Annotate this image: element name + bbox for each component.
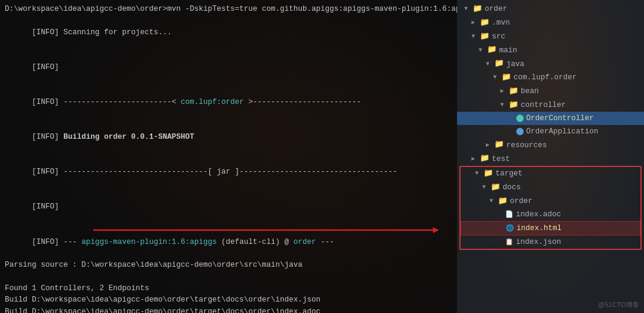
folder-icon-test: 📁: [480, 153, 489, 165]
terminal-line-parsing: Parsing source : D:\workspace\idea\apigc…: [5, 260, 452, 271]
tree-label-order-application: OrderApplication: [526, 126, 598, 138]
tree-item-src[interactable]: ▼ 📁 src: [457, 30, 644, 44]
folder-icon-target: 📁: [483, 168, 493, 180]
folder-icon-mvn: 📁: [480, 17, 489, 29]
tree-item-order[interactable]: ▼ 📁 order: [457, 2, 644, 16]
tree-item-mvn[interactable]: ▶ 📁 .mvn: [457, 16, 644, 30]
tree-item-controller[interactable]: ▼ 📁 controller: [457, 99, 644, 112]
tree-label-docs: docs: [503, 181, 521, 193]
filetree-panel: ▼ 📁 order ▶ 📁 .mvn ▼ 📁 src ▼ 📁 ma: [457, 0, 644, 313]
terminal-found: Found 1 Controllers, 2 Endpoints: [5, 283, 452, 294]
terminal-content: D:\workspace\idea\apigcc-demo\order>mvn …: [5, 4, 452, 313]
tree-item-main[interactable]: ▼ 📁 main: [457, 43, 644, 57]
tree-item-docs[interactable]: ▼ 📁 docs: [461, 181, 640, 195]
terminal-line-1: [INFO] Scanning for projects...: [5, 15, 452, 50]
folder-icon-java: 📁: [494, 58, 504, 70]
tree-item-index-json[interactable]: ▼ 📋 index.json: [461, 236, 640, 249]
tree-item-order-application[interactable]: ▼ ⬤ OrderApplication: [457, 125, 644, 138]
tree-label-order: order: [485, 3, 508, 15]
tree-label-index-json: index.json: [516, 236, 561, 248]
tree-item-target[interactable]: ▼ 📁 target: [461, 167, 640, 181]
tree-label-resources: resources: [506, 139, 547, 151]
tree-label-test: test: [492, 153, 510, 165]
terminal-build-adoc: Build D:\workspace\idea\apigcc-demo\orde…: [5, 306, 452, 313]
filetree-content: ▼ 📁 order ▶ 📁 .mvn ▼ 📁 src ▼ 📁 ma: [457, 0, 644, 252]
tree-label-bean: bean: [521, 85, 539, 97]
terminal-line-2: [INFO]: [5, 50, 452, 85]
watermark: @51CTO博客: [598, 300, 639, 311]
tree-label-main: main: [499, 44, 517, 56]
terminal-panel: D:\workspace\idea\apigcc-demo\order>mvn …: [0, 0, 457, 313]
adoc-file-icon: 📄: [505, 210, 514, 220]
folder-icon-controller: 📁: [509, 99, 518, 112]
java-file-icon: ⬤: [516, 113, 524, 124]
tree-item-order-target[interactable]: ▼ 📁 order: [461, 195, 640, 208]
folder-icon-resources: 📁: [494, 139, 504, 151]
tree-item-index-adoc[interactable]: ▼ 📄 index.adoc: [461, 208, 640, 221]
tree-label-target: target: [495, 168, 523, 180]
tree-label-com-lupf-order: com.lupf.order: [514, 71, 577, 84]
terminal-line-5: [INFO] --------------------------------[…: [5, 155, 452, 190]
tree-label-index-html: index.html: [517, 222, 562, 234]
terminal-line-command: D:\workspace\idea\apigcc-demo\order>mvn …: [5, 4, 452, 15]
terminal-line-plugin: [INFO] --- apiggs-maven-plugin:1.6:apigg…: [5, 225, 452, 260]
folder-icon-com-lupf-order: 📁: [501, 71, 511, 84]
tree-label-order-controller: OrderController: [526, 112, 594, 124]
html-file-icon: 🌐: [506, 223, 514, 234]
tree-item-index-html[interactable]: ▼ 🌐 index.html: [461, 221, 640, 236]
tree-label-order-target: order: [510, 195, 533, 207]
tree-item-resources[interactable]: ▶ 📁 resources: [457, 138, 644, 152]
folder-icon-main: 📁: [487, 44, 497, 56]
json-file-icon: 📋: [505, 237, 514, 248]
folder-icon-bean: 📁: [509, 85, 518, 98]
folder-icon-src: 📁: [480, 31, 489, 43]
terminal-build-json: Build D:\workspace\idea\apigcc-demo\orde…: [5, 294, 452, 306]
java-app-icon: ⬤: [516, 126, 524, 138]
terminal-line-6: [INFO]: [5, 190, 452, 225]
tree-item-test[interactable]: ▶ 📁 test: [457, 152, 644, 166]
tree-item-bean[interactable]: ▶ 📁 bean: [457, 85, 644, 99]
terminal-blank: [5, 272, 452, 283]
tree-label-index-adoc: index.adoc: [516, 208, 561, 220]
tree-item-com-lupf-order[interactable]: ▼ 📁 com.lupf.order: [457, 71, 644, 85]
tree-label-mvn: .mvn: [492, 17, 510, 29]
terminal-line-4: [INFO] Building order 0.0.1-SNAPSHOT: [5, 120, 452, 155]
folder-icon: 📁: [473, 3, 482, 16]
terminal-line-3: [INFO] ------------------------< com.lup…: [5, 85, 452, 120]
tree-label-java: java: [506, 58, 524, 70]
tree-item-java[interactable]: ▼ 📁 java: [457, 57, 644, 71]
red-box-target: ▼ 📁 target ▼ 📁 docs ▼ 📁 or: [459, 166, 642, 250]
folder-icon-order-target: 📁: [498, 195, 508, 208]
tree-label-controller: controller: [521, 99, 566, 111]
tree-item-order-controller[interactable]: ▼ ⬤ OrderController: [457, 112, 644, 125]
tree-label-src: src: [492, 31, 506, 43]
folder-icon-docs: 📁: [491, 181, 500, 194]
